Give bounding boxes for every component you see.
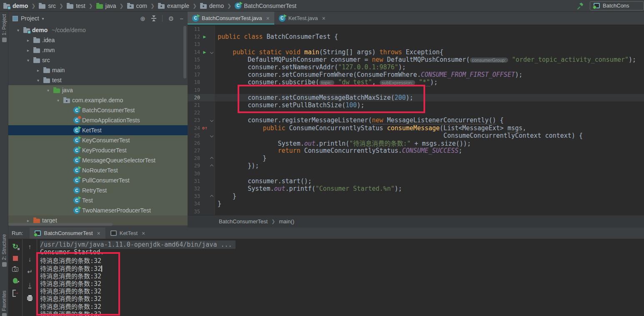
chevron-collapsed-icon[interactable]: ▸ [25, 38, 31, 43]
fold-marker-icon[interactable] [209, 132, 215, 139]
tree-item-label: com.example.demo [72, 97, 123, 104]
fold-marker-icon[interactable] [209, 154, 215, 162]
console-output[interactable]: /usr/lib/jvm/java-1.11.0-openjdk-amd64/b… [38, 239, 644, 316]
tree-item--idea[interactable]: ▸.idea [8, 35, 188, 45]
tool-window-button[interactable]: 2: Structure [0, 234, 8, 267]
code-editor[interactable]: 1112▶public class BatchConsumerTest {131… [188, 25, 644, 215]
hide-icon[interactable]: − [180, 15, 183, 22]
chevron-collapsed-icon[interactable]: ▸ [25, 48, 31, 53]
console-line-text: 待消息消费的条数:32 [40, 311, 101, 316]
editor-breadcrumb-item[interactable]: BatchConsumerTest [219, 218, 268, 225]
tree-item-test[interactable]: ▾test [8, 75, 188, 85]
editor-gutter: 26 [188, 139, 215, 147]
tree-item-keyconsumertest[interactable]: KeyConsumerTest [8, 135, 188, 145]
breadcrumb-item[interactable]: BatchConsumerTest [235, 3, 296, 9]
fold-marker-icon[interactable] [209, 116, 215, 124]
tree-item-src[interactable]: ▾src [8, 55, 188, 65]
line-number: 21 [188, 102, 200, 108]
up-icon[interactable]: ↑ [28, 243, 32, 250]
tree-item-com-example-demo[interactable]: ▾com.example.demo [8, 95, 188, 105]
tool-window-strip: 1: Project2: StructureFavorites [0, 12, 8, 316]
run-arrow-icon[interactable]: ▶ [203, 50, 206, 54]
tree-item-java[interactable]: ▾java [8, 85, 188, 95]
run-line-icon[interactable]: ▶ [200, 35, 209, 39]
chevron-collapsed-icon[interactable]: ▸ [35, 68, 41, 73]
editor-gutter: 11 [188, 25, 215, 33]
locate-icon[interactable]: ⊕ [140, 15, 145, 22]
attach-icon[interactable] [13, 278, 18, 283]
horizontal-scrollbar[interactable] [8, 223, 113, 226]
fold-marker-icon[interactable] [209, 48, 215, 56]
tree-item--mvn[interactable]: ▸.mvn [8, 45, 188, 55]
breadcrumb-item[interactable]: com [127, 3, 147, 9]
code-line: 19 [188, 86, 644, 94]
chevron-expanded-icon[interactable]: ▾ [25, 58, 31, 63]
tree-item-main[interactable]: ▸main [8, 65, 188, 75]
tree-item-test[interactable]: Test [8, 195, 188, 205]
tool-window-button[interactable]: Favorites [0, 291, 8, 316]
editor-breadcrumb-item[interactable]: main() [279, 218, 294, 225]
editor-tab-kettest-java[interactable]: KetTest.java× [274, 12, 330, 25]
settings-icon[interactable]: ⚙ [168, 15, 174, 22]
rerun-icon[interactable]: ↻ [12, 243, 18, 250]
tree-item-retrytest[interactable]: RetryTest [8, 185, 188, 195]
breadcrumb-item[interactable]: java [96, 3, 116, 9]
build-hammer-icon[interactable] [576, 2, 584, 10]
chevron-collapsed-icon[interactable]: ▸ [25, 218, 31, 223]
chevron-right-icon: ❯ [31, 3, 35, 9]
chevron-down-icon[interactable]: ▾ [42, 16, 44, 21]
chevron-expanded-icon[interactable]: ▾ [35, 78, 41, 83]
tool-window-button[interactable]: 1: Project [0, 14, 8, 42]
tree-item-batchconsumertest[interactable]: BatchConsumerTest [8, 105, 188, 115]
code-token: ConsumeConcurrentlyStatus. [301, 147, 402, 154]
exit-icon[interactable] [13, 290, 18, 295]
tree-item-pullconsumertest[interactable]: PullConsumerTest [8, 175, 188, 185]
scroll-end-icon[interactable]: ↓ [28, 281, 32, 288]
modified-class-icon [73, 117, 80, 124]
run-tab-batchconsumertest[interactable]: BatchConsumerTest× [30, 228, 105, 239]
breadcrumb-item[interactable]: demo [200, 3, 224, 9]
tree-item-noroutertest[interactable]: NoRouterTest [8, 165, 188, 175]
chevron-expanded-icon[interactable]: ▾ [45, 88, 51, 93]
run-tab-kettest[interactable]: KetTest× [105, 228, 150, 239]
project-header-actions: ⊕⚙− [140, 15, 183, 22]
breadcrumb-item[interactable]: demo [3, 3, 28, 9]
editor-tab-batchconsumertest-java[interactable]: BatchConsumerTest.java× [188, 12, 274, 25]
fold-slot [209, 33, 215, 40]
close-icon[interactable]: × [97, 230, 100, 237]
tree-item-messagequeueselectortest[interactable]: MessageQueueSelectorTest [8, 155, 188, 165]
tree-item-demo[interactable]: ▾demo~/code/demo [8, 25, 188, 35]
breadcrumb-item[interactable]: example [158, 3, 189, 9]
run-line-icon[interactable]: ▶ [200, 50, 209, 54]
close-icon[interactable]: × [142, 230, 145, 237]
fold-marker-icon[interactable] [209, 162, 215, 169]
fold-marker-icon[interactable] [209, 192, 215, 200]
print-icon[interactable] [27, 296, 33, 300]
vertical-scrollbar[interactable] [183, 26, 186, 78]
breadcrumb-item[interactable]: test [67, 3, 85, 9]
collapse-all-icon[interactable] [151, 15, 156, 21]
stop-icon[interactable] [13, 256, 18, 261]
run-arrow-icon[interactable]: ▶ [203, 35, 206, 39]
code-token: 200 [394, 94, 406, 101]
soft-wrap-icon[interactable]: ↵ [27, 268, 33, 275]
line-number: 18 [188, 79, 200, 85]
editor-gutter: 17 [188, 71, 215, 78]
editor-area[interactable]: BatchConsumerTest.java×KetTest.java× 111… [188, 12, 644, 228]
close-icon[interactable]: × [322, 15, 326, 22]
override-icon[interactable]: o↑ [202, 125, 207, 131]
tree-item-label: KeyProducerTest [82, 147, 127, 154]
close-icon[interactable]: × [266, 15, 270, 22]
camera-icon[interactable] [12, 267, 18, 272]
project-tree[interactable]: ▾demo~/code/demo▸.idea▸.mvn▾src▸main▾tes… [8, 25, 188, 228]
tree-item-twonameserproducertest[interactable]: TwoNameserProducerTest [8, 205, 188, 215]
chevron-expanded-icon[interactable]: ▾ [55, 98, 61, 103]
code-token [415, 78, 419, 86]
run-configuration-selector[interactable]: BatchCons [590, 1, 644, 10]
chevron-expanded-icon[interactable]: ▾ [15, 28, 21, 33]
breadcrumb-item[interactable]: src [39, 3, 56, 9]
tree-item-kettest[interactable]: KetTest [8, 125, 188, 135]
down-icon[interactable]: ↓ [28, 256, 32, 262]
tree-item-keyproducertest[interactable]: KeyProducerTest [8, 145, 188, 155]
tree-item-demoapplicationtests[interactable]: DemoApplicationTests [8, 115, 188, 125]
